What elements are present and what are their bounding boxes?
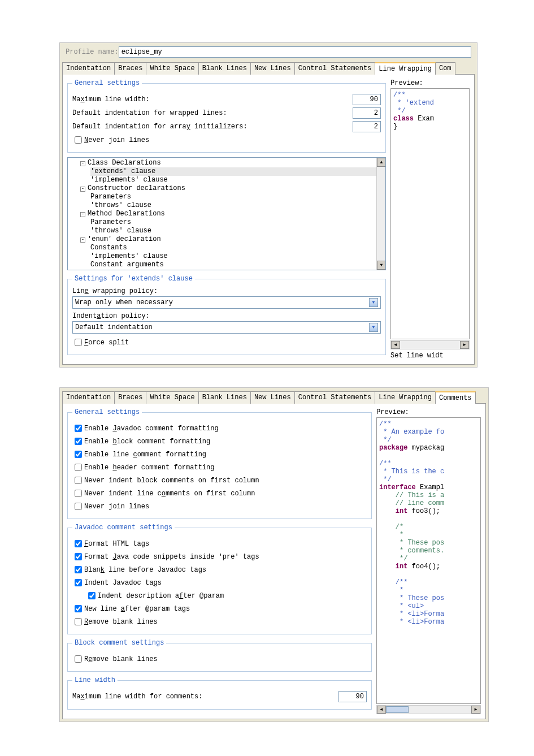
set-line-width-label: Set line widt [390, 352, 470, 360]
tab-whitespace[interactable]: White Space [146, 62, 198, 75]
never-join-lines-label-2: Never join lines [84, 503, 149, 511]
tree-toggle-icon[interactable]: - [80, 237, 85, 243]
tree-constants[interactable]: Constants [90, 244, 127, 252]
tab-indentation[interactable]: Indentation [62, 62, 115, 75]
preview-hscroll[interactable]: ◄ ► [390, 340, 470, 349]
max-line-width-comments-label: Maximum line width for comments: [72, 693, 338, 701]
tree-toggle-icon[interactable]: - [80, 212, 85, 217]
never-indent-block-checkbox[interactable] [75, 477, 82, 484]
never-join-lines-checkbox-2[interactable] [75, 503, 82, 510]
tree-implements[interactable]: 'implements' clause [90, 176, 168, 184]
default-indent-wrapped-label: Default indentation for wrapped lines: [72, 109, 353, 117]
tab-newlines[interactable]: New Lines [250, 62, 295, 75]
tree-toggle-icon[interactable]: - [80, 187, 85, 192]
tab-whitespace[interactable]: White Space [146, 391, 198, 404]
tabs-2: Indentation Braces White Space Blank Lin… [62, 390, 486, 404]
remove-blank-lines-label: Remove blank lines [84, 618, 158, 626]
scroll-thumb[interactable] [386, 706, 409, 713]
tab-blanklines[interactable]: Blank Lines [198, 62, 251, 75]
tab-content-1: General settings Maximum line width: Def… [62, 74, 475, 365]
comments-panel: Indentation Braces White Space Blank Lin… [59, 387, 489, 722]
tree-implements[interactable]: 'implements' clause [90, 252, 168, 260]
never-join-lines-checkbox[interactable] [75, 136, 82, 144]
scroll-up-icon[interactable]: ▲ [377, 158, 386, 167]
tab-braces[interactable]: Braces [114, 62, 146, 75]
profile-name-input[interactable] [119, 46, 471, 58]
tab-braces[interactable]: Braces [114, 391, 146, 404]
tab-control[interactable]: Control Statements [294, 62, 376, 75]
preview-label-2: Preview: [376, 408, 481, 416]
preview-hscroll-2[interactable]: ◄ ► [376, 705, 481, 714]
dropdown-icon[interactable]: ▼ [369, 298, 378, 307]
tab-control[interactable]: Control Statements [294, 391, 376, 404]
never-indent-block-label: Never indent block comments on first col… [84, 477, 259, 485]
default-indent-array-input[interactable] [353, 121, 381, 132]
tree-ctor-decl[interactable]: Constructor declarations [88, 184, 185, 192]
preview-pane-2: /** * An example fo */ package mypackag … [376, 417, 481, 704]
tree-method-decl[interactable]: Method Declarations [88, 210, 165, 218]
general-settings-fieldset-2: General settings Enable Javadoc comment … [67, 408, 372, 519]
tree-enum-decl[interactable]: 'enum' declaration [88, 235, 161, 243]
line-wrapping-panel: Profile name: Indentation Braces White S… [59, 42, 477, 368]
block-comment-legend: Block comment settings [72, 639, 166, 647]
format-html-checkbox[interactable] [75, 540, 82, 547]
tab-blanklines[interactable]: Blank Lines [198, 391, 251, 404]
tree-parameters[interactable]: Parameters [90, 218, 131, 226]
force-split-checkbox[interactable] [75, 339, 82, 346]
never-indent-line-label: Never indent line comments on first colu… [84, 490, 255, 498]
scroll-left-icon[interactable]: ◄ [391, 341, 400, 349]
format-java-pre-checkbox[interactable] [75, 553, 82, 560]
newline-after-param-checkbox[interactable] [75, 605, 82, 612]
blank-before-javadoc-checkbox[interactable] [75, 566, 82, 573]
enable-line-checkbox[interactable] [75, 451, 82, 458]
remove-blank-lines-checkbox[interactable] [75, 618, 82, 625]
tree-class-decl[interactable]: Class Declarations [88, 159, 161, 167]
tree-const-args[interactable]: Constant arguments [90, 261, 164, 269]
tab-linewrapping[interactable]: Line Wrapping [375, 391, 436, 404]
never-join-lines-label: Never join lines [84, 136, 149, 144]
indent-javadoc-tags-checkbox[interactable] [75, 579, 82, 586]
enable-javadoc-checkbox[interactable] [75, 425, 82, 432]
max-line-width-label: Maximum line width: [72, 96, 353, 103]
block-comment-fieldset: Block comment settings Remove blank line… [67, 639, 372, 672]
tab-newlines[interactable]: New Lines [250, 391, 295, 404]
line-width-legend: Line width [72, 676, 118, 684]
scroll-down-icon[interactable]: ▼ [377, 261, 386, 270]
scroll-right-icon[interactable]: ► [471, 706, 480, 714]
enable-header-checkbox[interactable] [75, 464, 82, 471]
max-line-width-comments-input[interactable] [338, 691, 367, 702]
never-indent-line-checkbox[interactable] [75, 490, 82, 497]
javadoc-settings-fieldset: Javadoc comment settings Format HTML tag… [67, 524, 372, 634]
tree-throws[interactable]: 'throws' clause [90, 201, 151, 209]
tree-parameters[interactable]: Parameters [90, 193, 131, 201]
line-width-fieldset: Line width Maximum line width for commen… [67, 676, 372, 710]
tree-scrollbar[interactable]: ▲ ▼ [376, 158, 385, 270]
tabs-1: Indentation Braces White Space Blank Lin… [62, 61, 475, 75]
tab-comments-cut[interactable]: Com [435, 62, 455, 75]
dropdown-icon[interactable]: ▼ [369, 323, 378, 332]
max-line-width-input[interactable] [353, 94, 381, 105]
general-settings-legend: General settings [72, 79, 142, 87]
general-settings-legend-2: General settings [72, 408, 142, 416]
indent-desc-after-param-checkbox[interactable] [88, 592, 95, 599]
newline-after-param-label: New line after @param tags [84, 605, 190, 613]
tab-linewrapping[interactable]: Line Wrapping [375, 62, 436, 75]
tree-extends[interactable]: 'extends' clause [90, 167, 155, 175]
line-wrap-policy-select[interactable]: Wrap only when necessary ▼ [72, 296, 381, 309]
tree-throws[interactable]: 'throws' clause [90, 227, 151, 235]
tab-content-2: General settings Enable Javadoc comment … [62, 403, 486, 719]
tab-indentation[interactable]: Indentation [62, 391, 115, 404]
tab-comments[interactable]: Comments [435, 391, 476, 404]
indent-policy-select[interactable]: Default indentation ▼ [72, 321, 381, 334]
preview-pane-1: /** * 'extend */ class Exam } [390, 88, 470, 339]
tree-func-calls[interactable]: Function Calls [88, 269, 145, 270]
scroll-right-icon[interactable]: ► [460, 341, 469, 349]
line-wrap-policy-value: Wrap only when necessary [75, 299, 369, 306]
tree-toggle-icon[interactable]: - [80, 161, 85, 166]
category-tree[interactable]: -Class Declarations 'extends' clause 'im… [67, 157, 386, 270]
enable-block-checkbox[interactable] [75, 438, 82, 445]
remove-blank-lines-checkbox-2[interactable] [75, 655, 82, 663]
scroll-left-icon[interactable]: ◄ [377, 706, 386, 714]
default-indent-array-label: Default indentation for array initialize… [72, 123, 353, 131]
default-indent-wrapped-input[interactable] [353, 107, 381, 119]
